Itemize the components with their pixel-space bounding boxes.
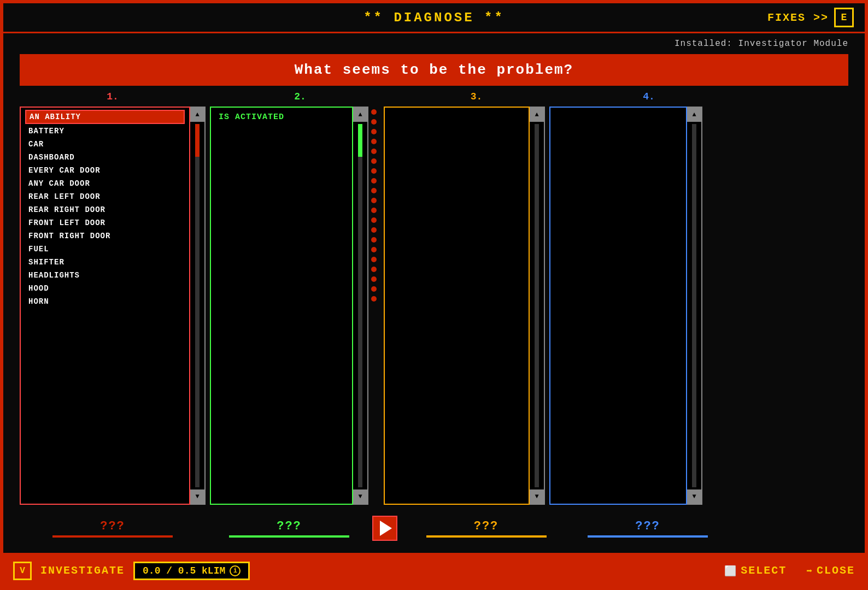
app-title: ** DIAGNOSE **	[294, 10, 574, 25]
list-item[interactable]: FRONT LEFT DOOR	[25, 217, 185, 229]
indicators-row: ??? ??? ??? ???	[14, 509, 854, 547]
col1-indicator-line	[52, 535, 173, 538]
col3-indicator-line	[426, 535, 547, 538]
top-bar: ** DIAGNOSE ** FIXES >> E	[3, 3, 865, 33]
col1-scroll-thumb	[195, 124, 200, 157]
close-button[interactable]: CLOSE	[817, 564, 855, 577]
column-2: IS ACTIVATED ▲ ▼	[210, 107, 368, 505]
close-icon: ➡	[806, 565, 812, 577]
select-icon: ⬜	[724, 565, 736, 577]
col3-indicator: ???	[474, 520, 499, 533]
col2-indicator: ???	[277, 520, 302, 533]
col2-indicator-line	[229, 535, 349, 538]
col4-scroll-track	[692, 124, 696, 487]
col1-scrollbar: ▲ ▼	[190, 107, 206, 505]
list-item[interactable]: HOOD	[25, 282, 185, 294]
column-4: ▲ ▼	[549, 107, 702, 505]
col1-items: AN ABILITY BATTERY CAR DASHBOARD EVERY C…	[21, 108, 189, 504]
col1-list: AN ABILITY BATTERY CAR DASHBOARD EVERY C…	[20, 107, 190, 505]
list-item[interactable]: EVERY CAR DOOR	[25, 164, 185, 176]
indicator-2: ???	[210, 520, 368, 538]
list-item[interactable]: HORN	[25, 296, 185, 308]
col3-scrollbar: ▲ ▼	[530, 107, 545, 505]
close-area: ➡ CLOSE	[806, 564, 855, 577]
list-item[interactable]: BATTERY	[25, 125, 185, 137]
play-button[interactable]	[372, 516, 397, 541]
list-item[interactable]: IS ACTIVATED	[216, 111, 347, 123]
col4-scrollbar: ▲ ▼	[687, 107, 702, 505]
top-bar-right: FIXES >> E	[574, 8, 854, 27]
col3-header: 3.	[396, 91, 557, 102]
col2-scrollbar: ▲ ▼	[353, 107, 368, 505]
column-headers: 1. 2. 3. 4.	[14, 91, 854, 102]
play-icon	[380, 521, 392, 536]
columns-area: 1. 2. 3. 4. AN ABILITY BATTERY CAR	[14, 91, 854, 547]
select-button[interactable]: SELECT	[741, 564, 787, 577]
col4-scroll-up[interactable]: ▲	[687, 108, 701, 122]
col2-scroll-track	[358, 124, 362, 487]
list-item[interactable]: FUEL	[25, 243, 185, 255]
list-item[interactable]: HEADLIGHTS	[25, 269, 185, 281]
problem-text: What seems to be the problem?	[295, 62, 573, 78]
col3-scroll-up[interactable]: ▲	[530, 108, 544, 122]
column-1: AN ABILITY BATTERY CAR DASHBOARD EVERY C…	[20, 107, 206, 505]
list-item[interactable]: REAR LEFT DOOR	[25, 191, 185, 203]
list-item[interactable]: CAR	[25, 138, 185, 150]
dotted-divider	[368, 107, 379, 505]
col2-scroll-thumb	[358, 124, 362, 157]
col3-list	[384, 107, 530, 505]
column-3: ▲ ▼	[384, 107, 545, 505]
columns-row: AN ABILITY BATTERY CAR DASHBOARD EVERY C…	[14, 107, 854, 505]
e-button[interactable]: E	[834, 8, 854, 27]
indicator-4: ???	[571, 520, 724, 538]
col1-scroll-down[interactable]: ▼	[190, 489, 204, 504]
col1-scroll-track	[195, 124, 200, 487]
col1-header: 1.	[20, 91, 206, 102]
list-item[interactable]: DASHBOARD	[25, 151, 185, 163]
col2-scroll-down[interactable]: ▼	[353, 489, 367, 504]
col4-indicator: ???	[635, 520, 660, 533]
col4-scroll-down[interactable]: ▼	[687, 489, 701, 504]
list-item[interactable]: REAR RIGHT DOOR	[25, 204, 185, 216]
col2-list: IS ACTIVATED	[210, 107, 353, 505]
problem-banner: What seems to be the problem?	[20, 54, 848, 86]
klim-icon: i	[230, 565, 241, 576]
col1-scroll-up[interactable]: ▲	[190, 108, 204, 122]
main-content: Installed: Investigator Module What seem…	[3, 33, 865, 553]
installed-label: Installed: Investigator Module	[14, 39, 854, 49]
klim-value: 0.0 / 0.5 kLIM	[143, 565, 225, 576]
col3-scroll-down[interactable]: ▼	[530, 489, 544, 504]
klim-display: 0.0 / 0.5 kLIM i	[133, 562, 250, 580]
list-item[interactable]: ANY CAR DOOR	[25, 178, 185, 190]
col2-scroll-up[interactable]: ▲	[353, 108, 367, 122]
indicator-1: ???	[20, 520, 206, 538]
col4-indicator-line	[588, 535, 708, 538]
fixes-button[interactable]: FIXES >>	[767, 11, 829, 24]
list-item[interactable]: FRONT RIGHT DOOR	[25, 230, 185, 242]
col1-indicator: ???	[100, 520, 125, 533]
col2-header: 2.	[221, 91, 379, 102]
col4-header: 4.	[572, 91, 725, 102]
list-item[interactable]: SHIFTER	[25, 256, 185, 268]
list-item[interactable]: AN ABILITY	[25, 110, 185, 124]
bottom-bar: V INVESTIGATE 0.0 / 0.5 kLIM i ⬜ SELECT …	[3, 553, 865, 587]
indicator-3: ???	[406, 520, 567, 538]
col4-list	[549, 107, 687, 505]
col3-scroll-track	[535, 124, 539, 487]
investigate-label[interactable]: INVESTIGATE	[40, 564, 125, 577]
v-button[interactable]: V	[13, 562, 32, 580]
select-area: ⬜ SELECT	[724, 564, 787, 577]
